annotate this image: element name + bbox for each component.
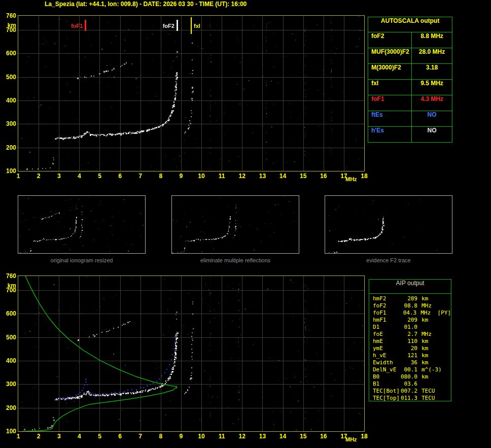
axis-tick-label: 7 (135, 173, 146, 179)
param-value: 3.18 (412, 64, 452, 79)
param-value: 03.6 (400, 381, 417, 388)
axis-tick-label: 10 (196, 173, 207, 179)
marker-foF1-label: foF1 (71, 23, 83, 29)
aip-output-table: AIP output hmF2289km foF208.8MHz foF104.… (369, 279, 451, 401)
axis-tick-label: 15 (298, 173, 309, 179)
axis-tick-label: 18 (359, 433, 370, 439)
param-unit: MHz (416, 309, 435, 317)
axis-tick-label: 400 (1, 358, 16, 364)
param-value: 289 (400, 295, 417, 302)
axis-tick-label: 9 (176, 173, 187, 179)
thumbnail-f2-trace: evidence F2 trace (325, 195, 452, 264)
param-unit (417, 381, 437, 388)
table-row: Ewidth36km (369, 359, 451, 366)
param-value: 20 (400, 345, 417, 352)
param-label: M(3000)F2 (368, 64, 412, 79)
param-value: NO (412, 127, 452, 142)
param-value: 36 (400, 359, 417, 366)
param-unit: km (417, 317, 437, 324)
param-label: ftEs (368, 111, 412, 126)
table-row: foF208.8MHz (369, 302, 451, 309)
table-row: foF28.8 MHz (368, 32, 452, 48)
param-tag (437, 338, 451, 345)
param-tag (437, 395, 451, 402)
marker-foF1-tick (85, 20, 86, 31)
param-tag (437, 331, 451, 338)
param-value: 08.8 (400, 302, 417, 309)
thumbnail-canvas-f2-trace (325, 196, 452, 253)
param-unit: km (417, 373, 437, 381)
table-row: MUF(3000)F228.0 MHz (368, 48, 452, 64)
param-unit (417, 324, 437, 331)
param-unit: km (417, 345, 437, 352)
table-row: foF14.3 MHz (368, 95, 452, 111)
axis-tick-label: 17 (338, 173, 349, 179)
param-unit: TECU (417, 388, 437, 395)
axis-tick-label: 10 (196, 433, 207, 439)
axis-tick-label: 5 (94, 433, 105, 439)
marker-fxI-tick (191, 17, 192, 34)
param-label: MUF(3000)F2 (368, 48, 412, 63)
thumbnail-no-multiples: eliminate multiple reflections (171, 195, 299, 264)
param-unit: km (417, 359, 437, 366)
table-row: fxI9.5 MHz (368, 80, 452, 95)
header-title: La_Spezia (lat: +44.1, lon: 009.8) - DAT… (45, 1, 247, 8)
param-tag (437, 352, 451, 359)
autoscala-output-table: AUTOSCALA output foF28.8 MHz MUF(3000)F2… (368, 17, 452, 143)
axis-tick-label: km (1, 22, 16, 28)
axis-tick-label: 200 (1, 405, 16, 411)
axis-tick-label: 7 (135, 433, 146, 439)
table-row: foE2.7MHz (369, 331, 451, 338)
axis-tick-label: 500 (1, 334, 16, 340)
axis-tick-label: 4 (74, 433, 85, 439)
aip-table-body: hmF2289km foF208.8MHz foF104.3MHz[PY] hm… (369, 294, 451, 402)
axis-tick-label: 12 (236, 433, 248, 439)
autoscala-window: La_Spezia (lat: +44.1, lon: 009.8) - DAT… (0, 0, 491, 448)
param-value: 04.3 (400, 309, 416, 317)
axis-tick-label: 14 (277, 433, 289, 439)
table-row: ymE20km (369, 345, 451, 352)
table-row: DelN_vE00.1m^(-3) (369, 366, 451, 373)
param-tag (437, 302, 451, 309)
param-name: ymE (369, 345, 400, 352)
table-row: h_vE121km (369, 352, 451, 359)
param-unit: m^(-3) (417, 366, 437, 373)
param-tag (437, 388, 451, 395)
param-name: D1 (369, 324, 400, 331)
axis-tick-label: 16 (318, 173, 329, 179)
axis-tick-label: 6 (115, 173, 126, 179)
param-value: 011.3 (400, 395, 417, 402)
axis-tick-label: 9 (176, 433, 187, 439)
axis-tick-label: 3 (53, 433, 64, 439)
axis-tick-label: 8 (155, 173, 166, 179)
table-row: B0080.0km (369, 373, 451, 381)
axis-tick-label: 12 (236, 173, 248, 179)
axis-tick-label: 1 (13, 433, 24, 439)
table-row: hmF1209km (369, 317, 451, 324)
param-tag (437, 295, 451, 302)
axis-tick-label: 4 (74, 173, 85, 179)
param-name: B1 (369, 381, 400, 388)
thumbnail-caption: eliminate multiple reflections (171, 257, 299, 263)
param-label: foF1 (368, 95, 412, 111)
param-value: NO (412, 111, 452, 126)
param-value: 00.1 (400, 366, 417, 373)
param-value: 28.0 MHz (412, 48, 452, 63)
param-unit: MHz (417, 302, 437, 309)
axis-tick-label: 18 (359, 173, 370, 179)
table-row: foF104.3MHz[PY] (369, 309, 451, 317)
axis-tick-label: 1 (13, 173, 24, 179)
param-unit: km (417, 295, 437, 302)
table-row: h'EsNO (368, 127, 452, 142)
axis-tick-label: 11 (216, 433, 227, 439)
table-row: TEC[Bot]007.2TECU (369, 388, 451, 395)
axis-tick-label: 760 (1, 13, 16, 19)
param-value: 01.0 (400, 324, 417, 331)
axis-tick-label: 3 (53, 173, 64, 179)
axis-tick-label: 13 (257, 433, 268, 439)
axis-tick-label: km (1, 283, 16, 289)
param-tag (437, 324, 451, 331)
param-name: foF1 (369, 309, 400, 317)
param-name: TEC[Top] (369, 395, 400, 402)
param-unit: km (417, 338, 437, 345)
